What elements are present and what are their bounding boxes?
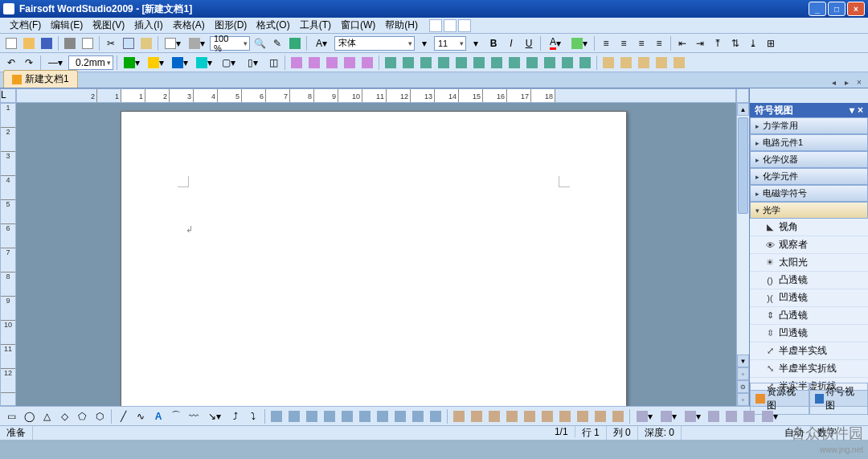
n6-icon[interactable] (539, 408, 555, 424)
tab-close-icon[interactable]: × (854, 76, 865, 88)
scroll-up-icon[interactable]: ▲ (737, 103, 749, 116)
n5-icon[interactable] (522, 408, 538, 424)
symbol-category[interactable]: 电磁学符号 (750, 185, 868, 202)
n2-icon[interactable] (469, 408, 485, 424)
n7-icon[interactable] (557, 408, 573, 424)
scroll-thumb[interactable] (738, 117, 748, 214)
style2-dropdown[interactable]: ▾ (186, 35, 208, 51)
linestyle-dropdown[interactable]: —▾ (44, 55, 67, 71)
menu-extra2-icon[interactable] (444, 19, 457, 32)
footer-tab-symbols[interactable]: 符号视图 (809, 383, 869, 415)
m10-icon[interactable] (428, 408, 444, 424)
text-icon[interactable]: A (150, 408, 166, 424)
shape-dropdown[interactable]: ▾ (193, 55, 215, 71)
o2-dropdown[interactable]: ▾ (657, 408, 680, 424)
menu-view[interactable]: 视图(V) (88, 18, 129, 32)
o1-dropdown[interactable]: ▾ (633, 408, 656, 424)
n10-icon[interactable] (610, 408, 626, 424)
horizontal-ruler[interactable]: 21123456789101112131415161718 (16, 88, 736, 103)
fill-dropdown[interactable]: ▾ (169, 55, 191, 71)
underline-button[interactable]: U (521, 35, 537, 51)
lineweight-combo[interactable]: 0.2mm (68, 55, 113, 70)
menu-window[interactable]: 窗口(W) (336, 18, 380, 32)
align-justify-icon[interactable]: ≡ (651, 35, 667, 51)
eyedrop-icon[interactable]: ✎ (269, 35, 285, 51)
panel-close-icon[interactable]: × (858, 105, 863, 116)
size-dec-icon[interactable]: ▾ (468, 35, 484, 51)
outdent-icon[interactable]: ⇤ (674, 35, 690, 51)
draw5-icon[interactable]: ⬠ (74, 408, 90, 424)
arc-icon[interactable]: ⌒ (168, 408, 184, 424)
menu-help[interactable]: 帮助(H) (380, 18, 423, 32)
symbol-item[interactable]: ⤡半虚半实折线 (750, 360, 868, 378)
font-color-dropdown[interactable]: A▾ (544, 35, 567, 51)
m5-icon[interactable] (339, 408, 355, 424)
draw4-icon[interactable]: ◇ (56, 408, 72, 424)
o4-icon[interactable] (706, 408, 722, 424)
pen-color-dropdown[interactable]: ▾ (121, 55, 143, 71)
symbol-item[interactable]: 👁观察者 (750, 236, 868, 254)
m8-icon[interactable] (392, 408, 408, 424)
maximize-button[interactable]: □ (828, 2, 845, 16)
symbol-item[interactable]: ◣视角 (750, 219, 868, 236)
preview-icon[interactable] (80, 35, 96, 51)
menu-file[interactable]: 文档(F) (5, 18, 46, 32)
symbol-item[interactable]: ⇳凹透镜 (750, 325, 868, 342)
symbol-item[interactable]: ☀太阳光 (750, 254, 868, 272)
page-dropdown[interactable]: ▯▾ (241, 55, 264, 71)
grp5-icon[interactable] (359, 55, 375, 71)
m7-icon[interactable] (375, 408, 391, 424)
align-center-icon[interactable]: ≡ (616, 35, 632, 51)
obj7-icon[interactable] (489, 55, 505, 71)
pg2-icon[interactable] (618, 55, 634, 71)
valign-bot-icon[interactable]: ⤓ (745, 35, 761, 51)
draw6-icon[interactable]: ⬡ (92, 408, 108, 424)
m3-icon[interactable] (304, 408, 320, 424)
scroll-track[interactable] (737, 116, 749, 354)
menu-extra1-icon[interactable] (429, 19, 442, 32)
m2-icon[interactable] (286, 408, 302, 424)
obj6-icon[interactable] (471, 55, 487, 71)
toggle-icon[interactable] (287, 35, 303, 51)
m1-icon[interactable] (268, 408, 285, 424)
align-left-icon[interactable]: ≡ (598, 35, 614, 51)
symbol-category[interactable]: 电路元件1 (750, 134, 868, 151)
grp1-icon[interactable] (289, 55, 305, 71)
menu-extra3-icon[interactable] (458, 19, 471, 32)
menu-edit[interactable]: 编辑(E) (46, 18, 88, 32)
o7-dropdown[interactable]: ▾ (759, 408, 781, 424)
obj8-icon[interactable] (506, 55, 522, 71)
o5-icon[interactable] (723, 408, 739, 424)
style-dropdown[interactable]: ▾ (162, 35, 184, 51)
paste-icon[interactable] (138, 35, 154, 51)
open-icon[interactable] (21, 35, 37, 51)
o3-dropdown[interactable]: ▾ (682, 408, 704, 424)
pg1-icon[interactable] (600, 55, 616, 71)
draw3-icon[interactable]: △ (39, 408, 55, 424)
obj3-icon[interactable] (418, 55, 434, 71)
m6-icon[interactable] (357, 408, 373, 424)
bold-button[interactable]: B (485, 35, 502, 51)
symbol-category[interactable]: 化学元件 (750, 168, 868, 185)
grp2-icon[interactable] (306, 55, 322, 71)
highlight-dropdown[interactable]: ▾ (568, 35, 591, 51)
menu-format[interactable]: 格式(O) (252, 18, 294, 32)
shadow-icon[interactable]: ◫ (265, 55, 281, 71)
o6-icon[interactable] (741, 408, 757, 424)
symbol-category[interactable]: 力学常用 (750, 117, 868, 134)
draw1-icon[interactable]: ▭ (3, 408, 19, 424)
scroll-down-icon[interactable]: ▼ (737, 354, 749, 367)
pg4-icon[interactable] (653, 55, 669, 71)
minimize-button[interactable]: _ (809, 2, 826, 16)
menu-insert[interactable]: 插入(I) (129, 18, 167, 32)
obj10-icon[interactable] (542, 55, 558, 71)
draw2-icon[interactable]: ◯ (21, 408, 37, 424)
tab-next-icon[interactable]: ▸ (841, 76, 852, 88)
redo-icon[interactable]: ↷ (21, 55, 37, 71)
panel-pin-icon[interactable]: ▾ (850, 105, 854, 116)
menu-draw[interactable]: 图形(D) (210, 18, 252, 32)
obj1-icon[interactable] (383, 55, 399, 71)
brush-dropdown[interactable]: ▾ (145, 55, 167, 71)
document-tab[interactable]: 新建文档1 (3, 70, 78, 88)
save-icon[interactable] (39, 35, 55, 51)
